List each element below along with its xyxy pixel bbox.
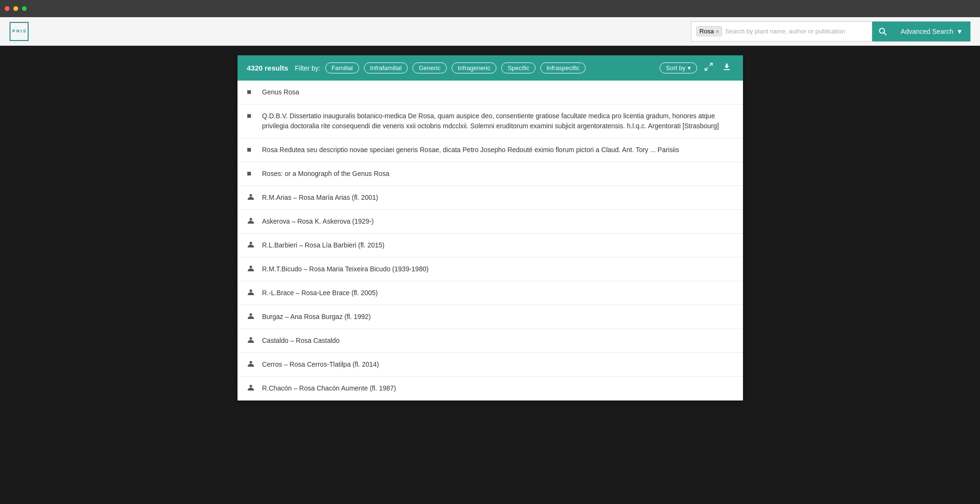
expand-button[interactable] [702, 61, 715, 75]
svg-rect-4 [723, 69, 730, 70]
result-text: R.M.T.Bicudo – Rosa Maria Teixeira Bicud… [262, 264, 429, 274]
svg-point-12 [249, 361, 252, 363]
result-text: Q.D.B.V. Dissertatio inauguralis botanic… [262, 111, 733, 131]
svg-point-10 [249, 313, 252, 316]
result-text: Cerros – Rosa Cerros-Tlatilpa (fl. 2014) [262, 360, 379, 370]
person-icon [247, 217, 257, 226]
logo: P N I S [10, 22, 29, 41]
search-tag-label: Rosa [700, 28, 714, 35]
filter-btn-familial[interactable]: Familial [325, 62, 359, 73]
advanced-search-button[interactable]: Advanced Search ▼ [893, 21, 970, 41]
download-button[interactable] [720, 61, 733, 75]
advanced-search-chevron: ▼ [956, 28, 963, 35]
filter-btn-infraspecific[interactable]: Infraspecific [540, 62, 586, 73]
main-content: 4320 results Filter by: Familial Infrafa… [0, 46, 980, 410]
book-icon: ■ [247, 145, 257, 154]
list-item[interactable]: ■ Roses: or a Monograph of the Genus Ros… [237, 162, 743, 186]
filter-label: Filter by: [295, 64, 320, 72]
browser-dot-green [22, 6, 27, 11]
search-tag-close[interactable]: × [716, 29, 719, 34]
person-icon [247, 336, 257, 346]
person-icon [247, 241, 257, 250]
person-icon [247, 360, 257, 370]
result-list: ■ Genus Rosa ■ Q.D.B.V. Dissertatio inau… [237, 81, 743, 401]
list-item[interactable]: ■ Rosa Redutea seu descriptio novae spec… [237, 138, 743, 162]
search-tag[interactable]: Rosa × [696, 26, 722, 36]
result-text: R.M.Arias – Rosa María Arias (fl. 2001) [262, 193, 379, 203]
list-item[interactable]: Askerova – Rosa K. Askerova (1929-) [237, 210, 743, 234]
results-right: Sort by ▾ [660, 61, 733, 75]
svg-point-6 [249, 218, 252, 220]
svg-point-7 [249, 242, 252, 244]
person-icon [247, 384, 257, 393]
svg-line-1 [884, 32, 886, 35]
result-text: Castaldo – Rosa Castaldo [262, 336, 340, 346]
filter-btn-infrafamilial[interactable]: Infrafamilial [364, 62, 408, 73]
search-box: Rosa × Search by plant name, author or p… [691, 21, 872, 41]
svg-line-3 [705, 68, 708, 71]
logo-area: P N I S [10, 22, 29, 41]
result-text: R.Chacón – Rosa Chacón Aumente (fl. 1987… [262, 383, 396, 393]
result-text: Askerova – Rosa K. Askerova (1929-) [262, 216, 374, 226]
list-item[interactable]: R.M.Arias – Rosa María Arias (fl. 2001) [237, 186, 743, 210]
list-item[interactable]: R.Chacón – Rosa Chacón Aumente (fl. 1987… [237, 377, 743, 401]
results-left: 4320 results Filter by: Familial Infrafa… [247, 62, 586, 73]
list-item[interactable]: Castaldo – Rosa Castaldo [237, 329, 743, 353]
filter-btn-generic[interactable]: Generic [413, 62, 447, 73]
browser-dot-red [5, 6, 10, 11]
search-placeholder: Search by plant name, author or publicat… [725, 28, 867, 35]
sort-button[interactable]: Sort by ▾ [660, 62, 697, 73]
book-icon: ■ [247, 169, 257, 178]
top-header: P N I S Rosa × Search by plant name, aut… [0, 17, 980, 46]
filter-btn-specific[interactable]: Specific [501, 62, 536, 73]
book-icon: ■ [247, 112, 257, 120]
list-item[interactable]: ■ Genus Rosa [237, 81, 743, 104]
results-panel: 4320 results Filter by: Familial Infrafa… [237, 55, 743, 401]
result-text: Burgaz – Ana Rosa Burgaz (fl. 1992) [262, 312, 371, 322]
browser-dot-yellow [13, 6, 18, 11]
results-header: 4320 results Filter by: Familial Infrafa… [237, 55, 743, 81]
search-area: Rosa × Search by plant name, author or p… [691, 21, 970, 41]
result-text: Rosa Redutea seu descriptio novae specia… [262, 145, 679, 155]
svg-point-9 [249, 289, 252, 292]
result-text: Roses: or a Monograph of the Genus Rosa [262, 169, 390, 179]
person-icon [247, 288, 257, 298]
list-item[interactable]: R.M.T.Bicudo – Rosa Maria Teixeira Bicud… [237, 257, 743, 281]
list-item[interactable]: Cerros – Rosa Cerros-Tlatilpa (fl. 2014) [237, 353, 743, 377]
list-item[interactable]: R.L.Barbieri – Rosa Lía Barbieri (fl. 20… [237, 234, 743, 257]
list-item[interactable]: R.-L.Brace – Rosa-Lee Brace (fl. 2005) [237, 281, 743, 305]
sort-label: Sort by [666, 64, 685, 72]
svg-line-2 [709, 63, 712, 66]
list-item[interactable]: Burgaz – Ana Rosa Burgaz (fl. 1992) [237, 305, 743, 329]
svg-point-5 [249, 194, 252, 196]
result-text: Genus Rosa [262, 87, 299, 97]
list-item[interactable]: ■ Q.D.B.V. Dissertatio inauguralis botan… [237, 104, 743, 138]
result-text: R.-L.Brace – Rosa-Lee Brace (fl. 2005) [262, 288, 378, 298]
advanced-search-label: Advanced Search [901, 28, 954, 35]
results-count: 4320 results [247, 64, 289, 72]
result-text: R.L.Barbieri – Rosa Lía Barbieri (fl. 20… [262, 240, 385, 250]
person-icon [247, 193, 257, 203]
sort-chevron: ▾ [688, 64, 691, 72]
browser-bar [0, 0, 980, 17]
svg-point-8 [249, 266, 252, 268]
svg-point-0 [879, 28, 885, 33]
filter-btn-infrageneric[interactable]: Infrageneric [452, 62, 497, 73]
svg-point-11 [249, 337, 252, 339]
svg-point-13 [249, 385, 252, 387]
person-icon [247, 312, 257, 322]
book-icon: ■ [247, 88, 257, 96]
search-button[interactable] [872, 21, 893, 41]
person-icon [247, 265, 257, 274]
